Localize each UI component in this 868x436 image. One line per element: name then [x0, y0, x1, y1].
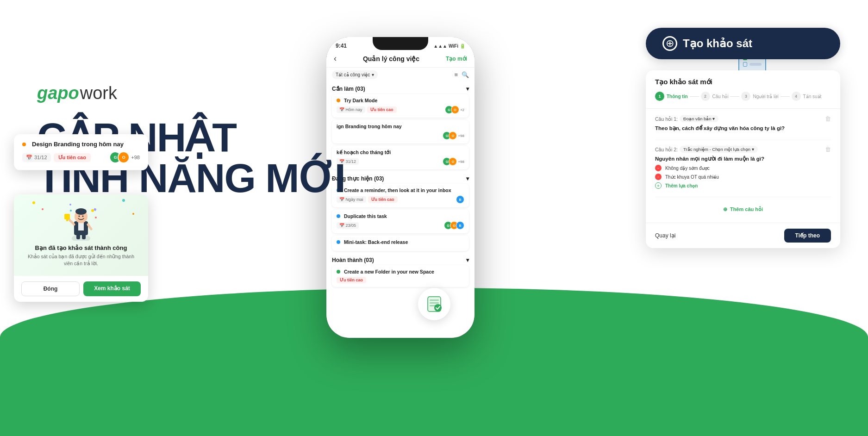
remove-option-2[interactable]: − [655, 174, 662, 180]
survey-form-footer: Quay lại Tiếp theo [646, 223, 840, 248]
svg-rect-9 [76, 234, 80, 239]
svg-point-14 [95, 217, 97, 218]
svg-rect-16 [94, 208, 96, 211]
phone-header: ‹ Quản lý công việc Tạo mới [326, 51, 475, 68]
page-container: ✓ ✓ gapo work CẬP NHẬT TÍNH NĂNG MỚI Thá… [0, 0, 868, 436]
remove-option-1[interactable]: − [655, 165, 662, 171]
section-dang-thuc-hien: Đang thực hiện (03) ▾ [332, 172, 469, 184]
step-3[interactable]: 3 Người trả lời [741, 92, 778, 101]
task-item-try-dark[interactable]: Try Dark Mode 📅 Hôm nay Ưu tiên cao G O … [332, 94, 469, 118]
delete-question-1[interactable]: 🗑 [825, 115, 831, 122]
task-dot-orange [22, 143, 26, 146]
phone-screen: 9:41 ▲▲▲ WiFi 🔋 ‹ Quản lý công việc Tạo … [326, 37, 475, 338]
create-survey-button[interactable]: ⊕ Tạo khảo sát [646, 28, 840, 59]
success-popup-subtitle: Khảo sát của bạn đã được gửi đến những t… [23, 253, 139, 267]
svg-point-15 [70, 210, 72, 212]
task-item-kehoach[interactable]: kế hoạch cho tháng tới 📅 31/12 G O +98 [332, 146, 469, 169]
logo-area: gapo work [37, 83, 345, 103]
question-2-label: Câu hỏi 2: Trắc nghiệm - Chọn một lựa ch… [655, 146, 758, 153]
survey-form-title: Tạo khảo sát mới [655, 78, 831, 86]
success-popup-title: Bạn đã tạo khảo sát thành công [23, 244, 139, 251]
step-2[interactable]: 2 Câu hỏi [701, 92, 729, 101]
svg-rect-18 [430, 299, 439, 301]
next-button[interactable]: Tiếp theo [784, 229, 831, 243]
step-4[interactable]: 4 Tần suất [792, 92, 822, 101]
answer-option-1: − Không dậy sớm được [655, 165, 831, 171]
task-duplicate[interactable]: Duplicate this task 📅 23/05 G O B [332, 210, 469, 233]
success-popup: Bạn đã tạo khảo sát thành công Khảo sát … [14, 194, 148, 302]
question-2-type[interactable]: Trắc nghiệm - Chọn một lựa chọn ▾ [680, 146, 758, 153]
svg-line-8 [88, 224, 91, 229]
task-popup-card: Design Branding trong hôm nay 📅 31/12 Ưu… [14, 134, 148, 170]
step-1-num: 1 [655, 92, 664, 101]
svg-rect-10 [82, 234, 86, 239]
task-item-branding[interactable]: ign Branding trong hôm nay G O +98 [332, 120, 469, 143]
phone-filter-bar: Tất cả công việc ▾ ≡ 🔍 [326, 68, 475, 82]
success-popup-top: Bạn đã tạo khảo sát thành công Khảo sát … [14, 194, 148, 276]
section-can-lam: Cần làm (03) ▾ [332, 82, 469, 94]
avatar-2: O [118, 151, 130, 163]
survey-form-body: Câu hỏi 1: Đoạn văn bản ▾ 🗑 Theo bạn, cá… [646, 109, 840, 223]
add-option-icon: + [655, 182, 662, 189]
phone-notch [373, 37, 428, 50]
popup-priority: Ưu tiên cao [54, 153, 91, 162]
step-3-label: Người trả lời [753, 94, 778, 99]
phone-back-button[interactable]: ‹ [334, 54, 337, 63]
av-2: O [451, 106, 459, 114]
task-mini-backend[interactable]: Mini-task: Back-end release [332, 236, 469, 251]
search-icon[interactable]: 🔍 [462, 71, 469, 78]
sort-icon[interactable]: ≡ [454, 71, 458, 78]
task-create-folder[interactable]: Create a new Folder in your new Space Ưu… [332, 265, 469, 287]
phone-status-icons: ▲▲▲ WiFi 🔋 [433, 44, 465, 49]
svg-point-11 [79, 216, 80, 217]
svg-rect-6 [64, 214, 70, 219]
svg-point-4 [75, 208, 87, 215]
question-1-type[interactable]: Đoạn văn bản ▾ [680, 115, 718, 122]
question-block-1: Câu hỏi 1: Đoạn văn bản ▾ 🗑 Theo bạn, cá… [655, 115, 831, 140]
question-2-text: Nguyên nhân mọi người đi làm muộn là gì? [655, 156, 831, 162]
back-button[interactable]: Quay lại [655, 232, 675, 239]
popup-date: 📅 31/12 [22, 153, 51, 162]
bottom-survey-icon [418, 288, 450, 320]
phone-screen-title: Quản lý công việc [363, 55, 419, 62]
step-1[interactable]: 1 Thông tin [655, 92, 688, 101]
question-1-text: Theo bạn, cách để xây dựng văn hóa công … [655, 125, 831, 131]
success-popup-actions: Đóng Xem khảo sát [14, 276, 148, 302]
phone-create-button[interactable]: Tạo mới [446, 56, 467, 62]
svg-point-13 [91, 209, 94, 212]
delete-question-2[interactable]: 🗑 [825, 146, 831, 153]
survey-steps: 1 Thông tin 2 Câu hỏi 3 Người trả lời [655, 92, 831, 101]
phone-task-content: Cần làm (03) ▾ Try Dark Mode 📅 Hôm nay [326, 82, 475, 289]
svg-point-0 [72, 235, 90, 241]
survey-panel: ⊕ Tạo khảo sát Tạo khảo sát mới 1 Thông … [646, 28, 840, 248]
step-4-label: Tần suất [803, 94, 822, 99]
task-popup-meta: 📅 31/12 Ưu tiên cao G O +98 [22, 151, 140, 163]
add-option-row[interactable]: + Thêm lựa chọn [655, 182, 831, 189]
filter-chip[interactable]: Tất cả công việc ▾ [332, 70, 378, 79]
create-btn-icon: ⊕ [662, 36, 677, 51]
add-question-button[interactable]: ⊕ Thêm câu hỏi [655, 203, 831, 216]
step-2-num: 2 [701, 92, 710, 101]
svg-rect-7 [66, 219, 68, 221]
step-3-num: 3 [741, 92, 750, 101]
success-illustration [62, 204, 100, 241]
task-popup-name: Design Branding trong hôm nay [22, 141, 140, 148]
question-1-label: Câu hỏi 1: Đoạn văn bản ▾ [655, 115, 718, 122]
svg-rect-19 [430, 302, 439, 304]
view-survey-button[interactable]: Xem khảo sát [83, 281, 141, 296]
section-hoan-thanh: Hoàn thành (03) ▾ [332, 253, 469, 265]
task-popup-item: Design Branding trong hôm nay 📅 31/12 Ưu… [14, 134, 148, 170]
step-connector-3 [781, 96, 790, 97]
task-create-reminder[interactable]: Create a reminder, then look at it in yo… [332, 184, 469, 207]
step-2-label: Câu hỏi [712, 94, 729, 99]
answer-options: − Không dậy sớm được − Thức khuya OT quá… [655, 165, 831, 189]
question-1-header: Câu hỏi 1: Đoạn văn bản ▾ 🗑 [655, 115, 831, 122]
close-popup-button[interactable]: Đóng [21, 281, 80, 296]
question-2-header: Câu hỏi 2: Trắc nghiệm - Chọn một lựa ch… [655, 146, 831, 153]
step-connector-2 [730, 96, 739, 97]
survey-form-header: Tạo khảo sát mới 1 Thông tin 2 Câu hỏi [646, 70, 840, 109]
svg-point-12 [82, 216, 84, 217]
logo-gapo: gapo [37, 83, 79, 103]
svg-point-21 [434, 304, 442, 311]
avatar-count: +98 [131, 155, 140, 160]
